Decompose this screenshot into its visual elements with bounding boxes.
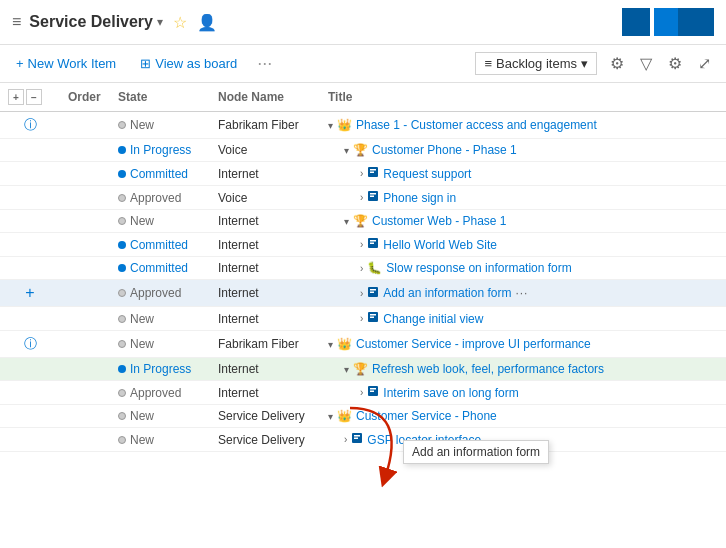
title-chevron-icon[interactable]: ▾ <box>157 15 163 29</box>
row-expand-cell: + <box>0 280 60 307</box>
sprint-chart <box>654 8 714 36</box>
row-node-cell: Voice <box>210 139 320 162</box>
collapse-icon[interactable]: ▾ <box>328 120 333 131</box>
expand-icon[interactable]: › <box>360 288 363 299</box>
row-more-icon[interactable]: ··· <box>515 286 528 300</box>
collapse-all-icon[interactable]: − <box>26 89 42 105</box>
row-expand-cell <box>0 358 60 381</box>
expand-icon[interactable]: › <box>360 313 363 324</box>
collapse-icon[interactable]: ▾ <box>328 411 333 422</box>
add-row-icon[interactable]: + <box>25 284 34 301</box>
row-order-cell <box>60 210 110 233</box>
table-row: CommittedInternet›🐛Slow response on info… <box>0 257 726 280</box>
row-order-cell <box>60 139 110 162</box>
svg-rect-8 <box>370 243 374 245</box>
row-state-cell: New <box>110 428 210 452</box>
table-row: ApprovedInternet›Interim save on long fo… <box>0 381 726 405</box>
tooltip: Add an information form <box>403 440 549 464</box>
row-state-cell: New <box>110 405 210 428</box>
trophy-icon: 🏆 <box>353 362 368 376</box>
row-state-cell: New <box>110 210 210 233</box>
expand-icon[interactable]: › <box>360 168 363 179</box>
state-label: Committed <box>130 167 188 181</box>
backlog-items-button[interactable]: ≡ Backlog items ▾ <box>475 52 597 75</box>
trophy-icon: 🏆 <box>353 214 368 228</box>
settings-panel-icon[interactable]: ⚙ <box>607 51 627 76</box>
state-dot-icon <box>118 340 126 348</box>
expand-icon[interactable]: › <box>360 263 363 274</box>
state-dot-icon <box>118 121 126 129</box>
expand-icon[interactable]: › <box>360 239 363 250</box>
state-dot-icon <box>118 170 126 178</box>
collapse-icon[interactable]: ▾ <box>344 216 349 227</box>
expand-icon[interactable]: › <box>344 434 347 445</box>
state-label: In Progress <box>130 362 191 376</box>
row-state-cell: Committed <box>110 162 210 186</box>
row-state-cell: Committed <box>110 257 210 280</box>
board-icon: ⊞ <box>140 56 151 71</box>
row-title-text: Customer Service - Phone <box>356 409 497 423</box>
table-row: In ProgressInternet▾🏆Refresh web look, f… <box>0 358 726 381</box>
row-node-cell: Internet <box>210 280 320 307</box>
row-title-cell: ›Hello World Web Site <box>320 233 726 257</box>
new-work-item-button[interactable]: + New Work Item <box>12 54 120 73</box>
svg-rect-5 <box>370 196 374 198</box>
feature-icon <box>367 190 379 205</box>
state-label: New <box>130 433 154 447</box>
row-order-cell <box>60 307 110 331</box>
expand-all-icon[interactable]: + <box>8 89 24 105</box>
feature-icon <box>367 311 379 326</box>
collapse-icon[interactable]: ▾ <box>344 364 349 375</box>
state-label: New <box>130 118 154 132</box>
backlog-table: + − Order State Node Name Title ⓘNewFabr… <box>0 83 726 535</box>
state-label: Approved <box>130 386 181 400</box>
feature-icon <box>367 237 379 252</box>
col-title-header: Title <box>320 83 726 112</box>
state-dot-icon <box>118 241 126 249</box>
team-icon[interactable]: 👤 <box>197 13 217 32</box>
row-node-cell: Service Delivery <box>210 405 320 428</box>
row-node-cell: Internet <box>210 210 320 233</box>
svg-rect-10 <box>370 289 376 291</box>
svg-rect-4 <box>370 193 376 195</box>
state-label: New <box>130 337 154 351</box>
column-options-icon[interactable]: ⚙ <box>665 51 685 76</box>
crown-icon: 👑 <box>337 118 352 132</box>
row-title-text: Refresh web look, feel, performance fact… <box>372 362 604 376</box>
collapse-icon[interactable]: ▾ <box>328 339 333 350</box>
collapse-icon[interactable]: ▾ <box>344 145 349 156</box>
row-title-cell: ›Interim save on long form <box>320 381 726 405</box>
table-row: CommittedInternet›Request support <box>0 162 726 186</box>
row-node-cell: Internet <box>210 233 320 257</box>
row-title-text: Customer Service - improve UI performanc… <box>356 337 591 351</box>
row-order-cell <box>60 428 110 452</box>
feature-icon <box>351 432 363 447</box>
row-order-cell <box>60 280 110 307</box>
info-icon[interactable]: ⓘ <box>24 117 37 132</box>
view-as-board-button[interactable]: ⊞ View as board <box>136 54 241 73</box>
favorite-icon[interactable]: ☆ <box>173 13 187 32</box>
filter-icon[interactable]: ▽ <box>637 51 655 76</box>
info-icon[interactable]: ⓘ <box>24 336 37 351</box>
crown-icon: 👑 <box>337 409 352 423</box>
expand-icon[interactable]: › <box>360 387 363 398</box>
row-expand-cell <box>0 257 60 280</box>
state-dot-icon <box>118 389 126 397</box>
state-dot-icon <box>118 217 126 225</box>
svg-rect-17 <box>370 391 374 393</box>
project-title: Service Delivery <box>29 13 153 31</box>
toolbar-separator: ··· <box>257 53 272 74</box>
row-order-cell <box>60 162 110 186</box>
state-dot-icon <box>118 412 126 420</box>
row-expand-cell <box>0 405 60 428</box>
expand-icon[interactable]: › <box>360 192 363 203</box>
crown-icon: 👑 <box>337 337 352 351</box>
table-row: NewInternet▾🏆Customer Web - Phase 1 <box>0 210 726 233</box>
row-node-cell: Voice <box>210 186 320 210</box>
row-node-cell: Internet <box>210 162 320 186</box>
row-title-text: Add an information form <box>383 286 511 300</box>
row-node-cell: Internet <box>210 257 320 280</box>
state-label: In Progress <box>130 143 191 157</box>
full-screen-icon[interactable]: ⤢ <box>695 51 714 76</box>
svg-rect-13 <box>370 314 376 316</box>
